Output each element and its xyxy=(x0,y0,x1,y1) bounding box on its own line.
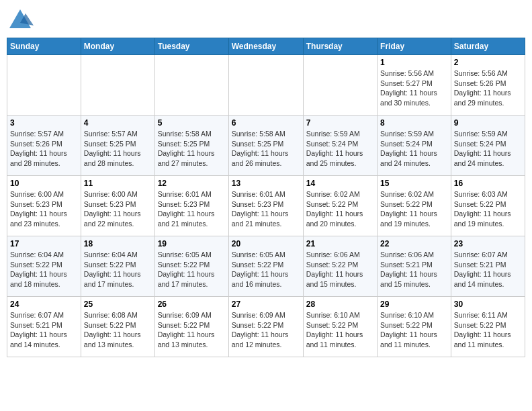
day-info: Sunrise: 5:59 AM Sunset: 5:24 PM Dayligh… xyxy=(306,129,374,169)
day-number: 25 xyxy=(84,300,152,309)
calendar-cell: 9Sunrise: 5:59 AM Sunset: 5:24 PM Daylig… xyxy=(451,116,525,176)
day-number: 9 xyxy=(454,118,522,128)
calendar-cell: 13Sunrise: 6:01 AM Sunset: 5:23 PM Dayli… xyxy=(228,176,303,236)
day-of-week-monday: Monday xyxy=(81,38,154,55)
day-number: 1 xyxy=(380,58,448,67)
calendar-cell: 12Sunrise: 6:01 AM Sunset: 5:23 PM Dayli… xyxy=(154,176,228,236)
calendar-cell: 29Sunrise: 6:10 AM Sunset: 5:22 PM Dayli… xyxy=(378,297,451,357)
calendar-cell: 8Sunrise: 5:59 AM Sunset: 5:24 PM Daylig… xyxy=(378,116,451,176)
calendar-cell: 30Sunrise: 6:11 AM Sunset: 5:22 PM Dayli… xyxy=(451,297,525,357)
day-number: 8 xyxy=(380,118,448,128)
calendar-cell: 7Sunrise: 5:59 AM Sunset: 5:24 PM Daylig… xyxy=(303,116,377,176)
day-number: 10 xyxy=(10,179,78,188)
day-number: 28 xyxy=(306,300,374,309)
calendar-week-1: 1Sunrise: 5:56 AM Sunset: 5:27 PM Daylig… xyxy=(7,55,525,116)
day-info: Sunrise: 6:10 AM Sunset: 5:22 PM Dayligh… xyxy=(380,310,448,350)
day-of-week-saturday: Saturday xyxy=(451,38,525,55)
calendar-cell: 5Sunrise: 5:58 AM Sunset: 5:25 PM Daylig… xyxy=(154,116,228,176)
day-info: Sunrise: 5:57 AM Sunset: 5:25 PM Dayligh… xyxy=(84,129,152,169)
logo xyxy=(7,7,35,34)
days-of-week-row: SundayMondayTuesdayWednesdayThursdayFrid… xyxy=(7,38,525,55)
calendar-cell: 19Sunrise: 6:05 AM Sunset: 5:22 PM Dayli… xyxy=(154,236,228,297)
day-number: 20 xyxy=(232,239,300,248)
day-number: 3 xyxy=(10,118,78,128)
calendar-header: SundayMondayTuesdayWednesdayThursdayFrid… xyxy=(7,38,525,55)
calendar-cell: 23Sunrise: 6:07 AM Sunset: 5:21 PM Dayli… xyxy=(451,236,525,297)
day-info: Sunrise: 6:08 AM Sunset: 5:22 PM Dayligh… xyxy=(84,310,152,350)
day-info: Sunrise: 6:04 AM Sunset: 5:22 PM Dayligh… xyxy=(84,250,152,289)
day-number: 21 xyxy=(306,239,374,248)
logo-icon xyxy=(7,7,34,34)
calendar-cell: 16Sunrise: 6:03 AM Sunset: 5:22 PM Dayli… xyxy=(451,176,525,236)
calendar-week-3: 10Sunrise: 6:00 AM Sunset: 5:23 PM Dayli… xyxy=(7,176,525,236)
calendar-cell: 18Sunrise: 6:04 AM Sunset: 5:22 PM Dayli… xyxy=(81,236,154,297)
day-info: Sunrise: 5:56 AM Sunset: 5:27 PM Dayligh… xyxy=(380,68,448,108)
day-info: Sunrise: 6:11 AM Sunset: 5:22 PM Dayligh… xyxy=(454,310,522,350)
day-info: Sunrise: 5:56 AM Sunset: 5:26 PM Dayligh… xyxy=(454,68,522,108)
day-number: 16 xyxy=(454,179,522,188)
day-info: Sunrise: 6:01 AM Sunset: 5:23 PM Dayligh… xyxy=(158,189,226,229)
day-number: 17 xyxy=(10,239,78,248)
day-number: 27 xyxy=(232,300,300,309)
day-info: Sunrise: 6:09 AM Sunset: 5:22 PM Dayligh… xyxy=(232,310,300,350)
calendar-cell: 28Sunrise: 6:10 AM Sunset: 5:22 PM Dayli… xyxy=(303,297,377,357)
calendar-week-4: 17Sunrise: 6:04 AM Sunset: 5:22 PM Dayli… xyxy=(7,236,525,297)
day-info: Sunrise: 5:59 AM Sunset: 5:24 PM Dayligh… xyxy=(454,129,522,169)
calendar-cell: 10Sunrise: 6:00 AM Sunset: 5:23 PM Dayli… xyxy=(7,176,81,236)
day-info: Sunrise: 5:59 AM Sunset: 5:24 PM Dayligh… xyxy=(380,129,448,169)
calendar-cell xyxy=(303,55,377,116)
calendar-cell xyxy=(154,55,228,116)
day-of-week-wednesday: Wednesday xyxy=(228,38,303,55)
day-info: Sunrise: 6:00 AM Sunset: 5:23 PM Dayligh… xyxy=(10,189,78,229)
day-info: Sunrise: 6:02 AM Sunset: 5:22 PM Dayligh… xyxy=(380,189,448,229)
calendar-table: SundayMondayTuesdayWednesdayThursdayFrid… xyxy=(7,38,525,357)
day-number: 15 xyxy=(380,179,448,188)
day-info: Sunrise: 6:07 AM Sunset: 5:21 PM Dayligh… xyxy=(454,250,522,289)
calendar-week-2: 3Sunrise: 5:57 AM Sunset: 5:26 PM Daylig… xyxy=(7,116,525,176)
day-info: Sunrise: 6:06 AM Sunset: 5:21 PM Dayligh… xyxy=(380,250,448,289)
calendar-cell: 25Sunrise: 6:08 AM Sunset: 5:22 PM Dayli… xyxy=(81,297,154,357)
day-number: 14 xyxy=(306,179,374,188)
page-header xyxy=(7,7,525,34)
day-number: 18 xyxy=(84,239,152,248)
calendar-cell: 15Sunrise: 6:02 AM Sunset: 5:22 PM Dayli… xyxy=(378,176,451,236)
calendar-cell: 2Sunrise: 5:56 AM Sunset: 5:26 PM Daylig… xyxy=(451,55,525,116)
day-number: 26 xyxy=(158,300,226,309)
calendar-cell: 4Sunrise: 5:57 AM Sunset: 5:25 PM Daylig… xyxy=(81,116,154,176)
day-number: 2 xyxy=(454,58,522,67)
day-of-week-tuesday: Tuesday xyxy=(154,38,228,55)
day-info: Sunrise: 6:09 AM Sunset: 5:22 PM Dayligh… xyxy=(158,310,226,350)
day-info: Sunrise: 6:01 AM Sunset: 5:23 PM Dayligh… xyxy=(232,189,300,229)
calendar-cell: 24Sunrise: 6:07 AM Sunset: 5:21 PM Dayli… xyxy=(7,297,81,357)
day-number: 19 xyxy=(158,239,226,248)
calendar-cell: 11Sunrise: 6:00 AM Sunset: 5:23 PM Dayli… xyxy=(81,176,154,236)
calendar-cell: 1Sunrise: 5:56 AM Sunset: 5:27 PM Daylig… xyxy=(378,55,451,116)
calendar-cell: 22Sunrise: 6:06 AM Sunset: 5:21 PM Dayli… xyxy=(378,236,451,297)
calendar-cell: 27Sunrise: 6:09 AM Sunset: 5:22 PM Dayli… xyxy=(228,297,303,357)
calendar-body: 1Sunrise: 5:56 AM Sunset: 5:27 PM Daylig… xyxy=(7,55,525,357)
calendar-cell: 3Sunrise: 5:57 AM Sunset: 5:26 PM Daylig… xyxy=(7,116,81,176)
day-number: 5 xyxy=(158,118,226,128)
day-of-week-sunday: Sunday xyxy=(7,38,81,55)
calendar-cell: 26Sunrise: 6:09 AM Sunset: 5:22 PM Dayli… xyxy=(154,297,228,357)
calendar-cell xyxy=(81,55,154,116)
calendar-cell: 6Sunrise: 5:58 AM Sunset: 5:25 PM Daylig… xyxy=(228,116,303,176)
calendar-cell: 14Sunrise: 6:02 AM Sunset: 5:22 PM Dayli… xyxy=(303,176,377,236)
calendar-week-5: 24Sunrise: 6:07 AM Sunset: 5:21 PM Dayli… xyxy=(7,297,525,357)
day-number: 23 xyxy=(454,239,522,248)
day-number: 30 xyxy=(454,300,522,309)
day-info: Sunrise: 6:02 AM Sunset: 5:22 PM Dayligh… xyxy=(306,189,374,229)
day-info: Sunrise: 5:58 AM Sunset: 5:25 PM Dayligh… xyxy=(158,129,226,169)
calendar-cell: 17Sunrise: 6:04 AM Sunset: 5:22 PM Dayli… xyxy=(7,236,81,297)
day-info: Sunrise: 6:05 AM Sunset: 5:22 PM Dayligh… xyxy=(158,250,226,289)
calendar-cell xyxy=(228,55,303,116)
day-info: Sunrise: 5:57 AM Sunset: 5:26 PM Dayligh… xyxy=(10,129,78,169)
calendar-cell: 21Sunrise: 6:06 AM Sunset: 5:22 PM Dayli… xyxy=(303,236,377,297)
day-number: 12 xyxy=(158,179,226,188)
day-of-week-thursday: Thursday xyxy=(303,38,377,55)
day-info: Sunrise: 6:00 AM Sunset: 5:23 PM Dayligh… xyxy=(84,189,152,229)
day-info: Sunrise: 6:03 AM Sunset: 5:22 PM Dayligh… xyxy=(454,189,522,229)
day-number: 11 xyxy=(84,179,152,188)
day-number: 4 xyxy=(84,118,152,128)
calendar-cell: 20Sunrise: 6:05 AM Sunset: 5:22 PM Dayli… xyxy=(228,236,303,297)
